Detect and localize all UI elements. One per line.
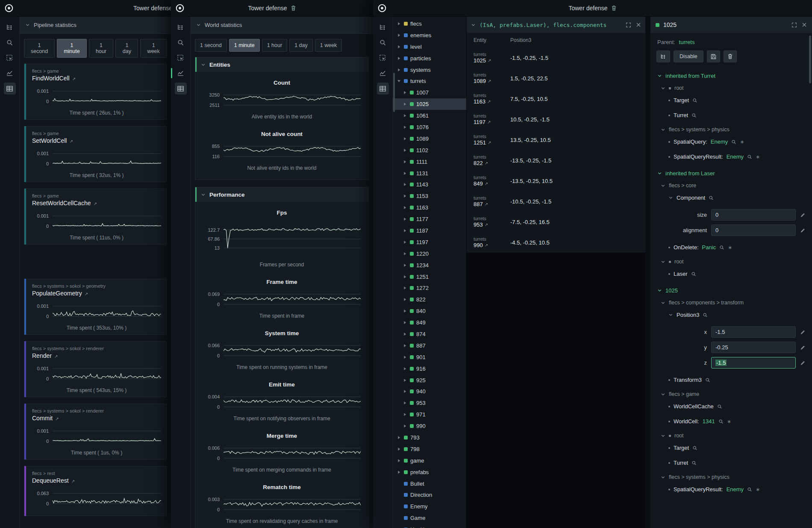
chevron-right-icon[interactable] [403,148,407,152]
chevron-down-icon[interactable] [397,79,401,83]
external-link-icon[interactable]: ↗ [55,416,59,421]
external-link-icon[interactable]: ↗ [487,120,491,124]
tree-item-turrets[interactable]: turrets [393,75,466,87]
external-link-icon[interactable]: ↗ [69,139,73,144]
chevron-right-icon[interactable] [403,160,407,164]
search-icon[interactable] [731,139,736,145]
chevron-right-icon[interactable] [397,470,401,474]
edit-icon[interactable] [800,330,805,335]
component-row[interactable]: Turret [656,455,805,470]
chevron-right-icon[interactable] [403,275,407,279]
query-result-row[interactable]: turrets887↗-10.5, -0.25, -1.5 [467,191,645,212]
tree-item-enemies[interactable]: enemies [393,29,466,41]
edit-icon[interactable] [800,345,805,350]
section-header[interactable]: Performance [195,187,368,202]
chevron-right-icon[interactable] [403,229,407,233]
tree-item-1220[interactable]: 1220 [393,248,466,260]
component-row[interactable]: SpatialQueryResult:Enemy∗ [656,149,805,164]
chevron-right-icon[interactable] [403,206,407,209]
inspector-section-header[interactable]: inherited from Turret [656,67,805,81]
chevron-right-icon[interactable] [403,321,407,324]
inspect-icon[interactable] [175,52,187,64]
world-statistics-header[interactable]: World statistics [191,17,373,34]
tree-item-level[interactable]: level [393,41,466,53]
chevron-right-icon[interactable] [397,45,401,49]
inspector-path-header[interactable]: root [656,429,805,440]
tree-item-990[interactable]: 990 [393,420,466,432]
external-link-icon[interactable]: ↗ [93,201,97,206]
chevron-right-icon[interactable] [397,436,401,440]
chevron-right-icon[interactable] [397,33,401,37]
component-row[interactable]: WorldCellCache [656,399,805,414]
tree-item-1153[interactable]: 1153 [393,190,466,202]
chevron-down-icon[interactable] [471,23,476,27]
chevron-right-icon[interactable] [403,194,407,198]
external-link-icon[interactable]: ↗ [71,479,75,484]
close-icon[interactable] [802,22,807,27]
tree-icon[interactable] [4,21,16,33]
component-row[interactable]: Position3 [656,307,805,322]
tree-item-1025[interactable]: 1025 [393,98,466,110]
field-input-z[interactable]: -1.5 [711,357,796,369]
chevron-right-icon[interactable] [403,91,407,94]
query-result-row[interactable]: turrets822↗-13.5, -0.25, -1.5 [467,150,645,171]
tree-item-953[interactable]: 953 [393,397,466,409]
edit-icon[interactable] [800,360,805,366]
inspector-section-header[interactable]: inherited from Laser [656,164,805,179]
chevron-right-icon[interactable] [397,22,401,26]
search-icon[interactable] [747,154,752,159]
component-row[interactable]: Turret [656,108,805,123]
query-result-row[interactable]: turrets990↗-4.5, -0.25, 10.5 [467,232,645,253]
tree-item-1007[interactable]: 1007 [393,87,466,98]
query-result-row[interactable]: turrets1251↗13.5, -0.25, 10.5 [467,130,645,150]
tree-item-1111[interactable]: 1111 [393,156,466,168]
tree-item-1061[interactable]: 1061 [393,110,466,121]
expand-icon[interactable] [791,22,797,28]
expand-icon[interactable] [626,22,631,28]
inspect-icon[interactable] [377,52,389,64]
inspector-path-header[interactable]: root [656,81,805,93]
chart-icon[interactable] [175,67,187,79]
tree-item-793[interactable]: 793 [393,432,466,443]
external-link-icon[interactable]: ↗ [485,243,488,248]
close-icon[interactable] [636,22,641,27]
grid-icon[interactable] [4,83,16,94]
tree-icon[interactable] [377,21,389,33]
external-link-icon[interactable]: ↗ [485,222,488,227]
inspector-path-header[interactable]: root [656,255,805,266]
tree-item-particles[interactable]: particles [393,53,466,64]
component-row[interactable]: Laser [656,266,805,281]
tree-item-971[interactable]: 971 [393,409,466,420]
chevron-right-icon[interactable] [397,56,401,60]
tree-item-798[interactable]: 798 [393,443,466,455]
delete-button[interactable] [724,50,737,62]
chevron-right-icon[interactable] [403,217,407,221]
tree-item-1143[interactable]: 1143 [393,179,466,190]
external-link-icon[interactable]: ↗ [85,292,88,296]
tree-item-887[interactable]: 887 [393,340,466,351]
chevron-right-icon[interactable] [397,447,401,451]
chevron-right-icon[interactable] [397,459,401,463]
tree-item-1272[interactable]: 1272 [393,282,466,294]
tree-item-1089[interactable]: 1089 [393,133,466,145]
flecs-logo-icon[interactable] [4,3,14,13]
chevron-right-icon[interactable] [403,424,407,428]
external-link-icon[interactable]: ↗ [485,181,488,186]
component-row[interactable]: WorldCell:1341∗ [656,414,805,429]
tree-item-1234[interactable]: 1234 [393,260,466,271]
chevron-right-icon[interactable] [403,344,407,348]
field-input-size[interactable]: 0 [711,209,796,221]
field-input-x[interactable]: -1.5 [711,326,796,338]
tree-item-Direction[interactable]: Direction [393,490,466,501]
inspect-icon[interactable] [4,52,16,64]
external-link-icon[interactable]: ↗ [488,140,491,145]
tree-item-901[interactable]: 901 [393,351,466,363]
tree-item-Bullet[interactable]: Bullet [393,478,466,490]
trash-icon[interactable] [291,5,296,11]
time-range-1-week[interactable]: 1 week [140,39,167,58]
component-row[interactable]: Component [656,190,805,205]
search-icon[interactable] [717,404,722,409]
chevron-right-icon[interactable] [403,240,407,244]
external-link-icon[interactable]: ↗ [488,58,491,63]
search-icon[interactable] [718,419,724,424]
